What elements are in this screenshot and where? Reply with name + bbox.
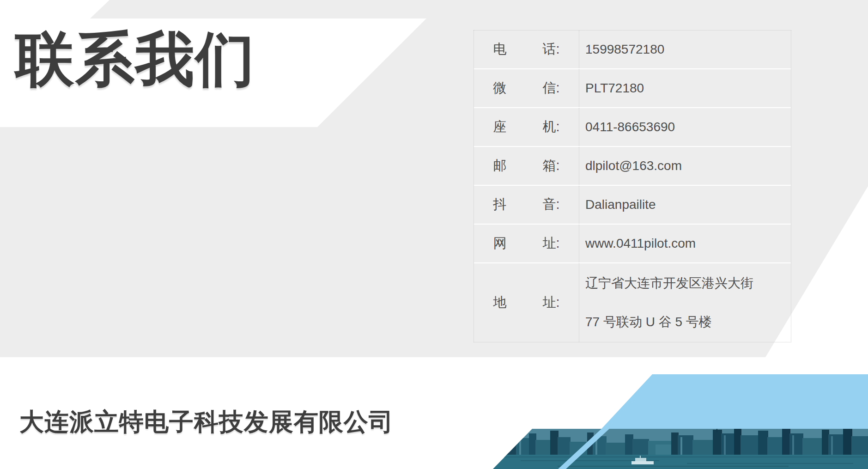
address-line-2: 77 号联动 U 谷 5 号楼	[585, 314, 712, 330]
company-name: 大连派立特电子科技发展有限公司	[19, 406, 394, 439]
label-char: 址:	[542, 234, 559, 253]
label-char: 邮	[493, 157, 507, 175]
website-label: 网 址:	[474, 225, 579, 262]
address-value: 辽宁省大连市开发区港兴大街 77 号联动 U 谷 5 号楼	[579, 263, 791, 342]
table-row-address: 地 址: 辽宁省大连市开发区港兴大街 77 号联动 U 谷 5 号楼	[474, 263, 791, 342]
table-row-douyin: 抖 音: Dalianpailite	[474, 186, 791, 225]
contact-info-table: 电 话: 15998572180 微 信: PLT72180 座 机:	[473, 30, 791, 342]
label-char: 地	[493, 293, 507, 312]
accent-parallelogram	[601, 374, 868, 429]
douyin-label: 抖 音:	[474, 186, 579, 224]
table-row-wechat: 微 信: PLT72180	[474, 69, 791, 108]
label-char: 电	[493, 40, 507, 59]
label-char: 座	[493, 118, 507, 136]
email-value: dlpilot@163.com	[579, 147, 791, 185]
label-char: 址:	[542, 293, 559, 312]
label-char: 网	[493, 234, 507, 253]
phone-label: 电 话:	[474, 30, 579, 68]
website-value: www.0411pilot.com	[579, 225, 791, 262]
city-skyline-photo	[493, 429, 868, 469]
landline-label: 座 机:	[474, 108, 579, 146]
wechat-label: 微 信:	[474, 69, 579, 107]
address-label: 地 址:	[474, 263, 579, 342]
table-row-phone: 电 话: 15998572180	[474, 30, 791, 69]
label-char: 音:	[542, 195, 559, 214]
douyin-value: Dalianpailite	[579, 186, 791, 224]
table-row-email: 邮 箱: dlpilot@163.com	[474, 147, 791, 186]
table-row-website: 网 址: www.0411pilot.com	[474, 225, 791, 263]
landline-value: 0411-86653690	[579, 108, 791, 146]
label-char: 微	[493, 79, 507, 97]
contact-slide: 联系我们 电 话: 15998572180 微 信: PLT72180	[0, 0, 868, 469]
label-char: 机:	[542, 118, 559, 136]
label-char: 抖	[493, 195, 507, 214]
label-char: 话:	[542, 40, 559, 59]
label-char: 箱:	[542, 157, 559, 175]
table-row-landline: 座 机: 0411-86653690	[474, 108, 791, 147]
address-line-1: 辽宁省大连市开发区港兴大街	[585, 275, 753, 291]
page-title: 联系我们	[15, 22, 413, 96]
phone-value: 15998572180	[579, 30, 791, 68]
label-char: 信:	[542, 79, 559, 97]
wechat-value: PLT72180	[579, 69, 791, 107]
email-label: 邮 箱:	[474, 147, 579, 185]
